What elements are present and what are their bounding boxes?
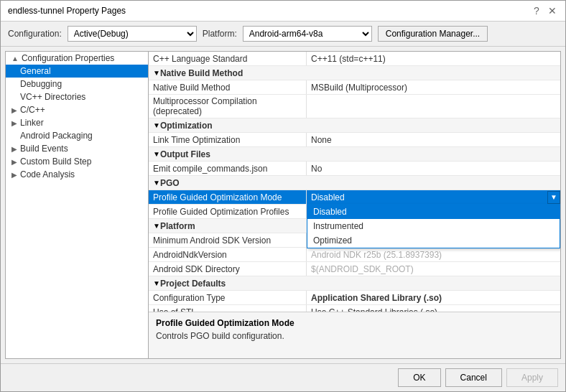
- section-arrow-icon: ▼: [153, 179, 160, 187]
- dropdown-option-disabled[interactable]: Disabled: [307, 205, 560, 219]
- section-arrow-icon: ▼: [153, 150, 160, 158]
- section-optimization: ▼ Optimization: [149, 118, 560, 133]
- section-arrow-icon: ▼: [153, 279, 160, 287]
- dropdown-value: Disabled: [307, 191, 547, 204]
- section-pgo: ▼ PGO: [149, 176, 560, 190]
- properties-table: C++ Language Standard C++11 (std=c++11) …: [149, 52, 560, 312]
- table-row-config-type: Configuration Type Application Shared Li…: [149, 291, 560, 305]
- table-row: C++ Language Standard C++11 (std=c++11): [149, 52, 560, 66]
- sidebar-item-general[interactable]: General: [6, 65, 148, 78]
- property-pages-window: endless-tunnel Property Pages ? ✕ Config…: [0, 0, 566, 392]
- table-row-sdk-dir: Android SDK Directory $(ANDROID_SDK_ROOT…: [149, 262, 560, 276]
- cancel-button[interactable]: Cancel: [445, 368, 502, 387]
- sidebar-item-cpp[interactable]: ▶ C/C++: [6, 103, 148, 116]
- sidebar-item-custom-build-step[interactable]: ▶ Custom Build Step: [6, 155, 148, 168]
- platform-select[interactable]: Android-arm64-v8a: [243, 26, 372, 42]
- section-title-pgo: ▼ PGO: [149, 176, 560, 190]
- section-title-project: ▼ Project Defaults: [149, 276, 560, 290]
- close-button[interactable]: ✕: [547, 5, 558, 17]
- sidebar-item-android-packaging[interactable]: Android Packaging: [6, 129, 148, 142]
- dropdown-arrow-icon[interactable]: ▼: [547, 191, 560, 204]
- sidebar-item-label: Debugging: [20, 79, 62, 89]
- table-row-use-stl: Use of STL Use C++ Standard Libraries (.…: [149, 305, 560, 312]
- expand-icon: ▶: [11, 119, 17, 127]
- sidebar-item-linker[interactable]: ▶ Linker: [6, 116, 148, 129]
- content-area: C++ Language Standard C++11 (std=c++11) …: [149, 51, 561, 359]
- info-title: Profile Guided Optimization Mode: [156, 318, 553, 328]
- section-arrow-icon: ▼: [153, 69, 160, 77]
- prop-value-pgo-mode[interactable]: Disabled ▼ Disabled Instrumented Optimiz…: [307, 190, 560, 204]
- section-arrow-icon: ▼: [153, 121, 160, 129]
- table-row-ndk-version: AndroidNdkVersion Android NDK r25b (25.1…: [149, 248, 560, 262]
- ok-button[interactable]: OK: [398, 368, 440, 387]
- table-row: Link Time Optimization None: [149, 133, 560, 147]
- window-title: endless-tunnel Property Pages: [8, 6, 126, 16]
- sidebar-item-label: Build Events: [20, 144, 68, 154]
- sidebar-item-code-analysis[interactable]: ▶ Code Analysis: [6, 168, 148, 181]
- sidebar-item-config-properties[interactable]: ▲ Configuration Properties: [6, 52, 148, 65]
- sidebar-item-label: Configuration Properties: [22, 53, 114, 63]
- toolbar: Configuration: Active(Debug) Platform: A…: [1, 22, 565, 47]
- expand-icon: ▲: [11, 55, 19, 62]
- footer: OK Cancel Apply: [1, 363, 565, 391]
- dropdown-option-optimized[interactable]: Optimized: [307, 233, 560, 248]
- section-project-defaults: ▼ Project Defaults: [149, 276, 560, 291]
- section-native-build: ▼ Native Build Method: [149, 66, 560, 80]
- sidebar-item-build-events[interactable]: ▶ Build Events: [6, 142, 148, 155]
- dropdown-option-instrumented[interactable]: Instrumented: [307, 219, 560, 233]
- sidebar-item-label: Android Packaging: [20, 131, 93, 141]
- dropdown-popup: Disabled Instrumented Optimized: [307, 204, 560, 248]
- info-panel: Profile Guided Optimization Mode Control…: [149, 312, 560, 358]
- help-button[interactable]: ?: [531, 5, 542, 17]
- sidebar-item-label: General: [20, 66, 51, 76]
- expand-icon: ▶: [11, 171, 17, 179]
- sidebar-item-vc-directories[interactable]: VC++ Directories: [6, 90, 148, 103]
- expand-icon: ▶: [11, 158, 17, 166]
- apply-button[interactable]: Apply: [506, 368, 558, 387]
- sidebar-item-label: Code Analysis: [20, 169, 75, 179]
- sidebar-item-label: Custom Build Step: [20, 157, 91, 167]
- config-manager-button[interactable]: Configuration Manager...: [378, 26, 488, 42]
- section-arrow-icon: ▼: [153, 222, 160, 230]
- section-title: ▼ Native Build Method: [149, 66, 560, 80]
- sidebar-item-debugging[interactable]: Debugging: [6, 78, 148, 90]
- table-row: Native Build Method MSBuild (Multiproces…: [149, 80, 560, 95]
- configuration-select[interactable]: Active(Debug): [68, 26, 197, 42]
- expand-icon: ▶: [11, 145, 17, 153]
- table-row: Emit compile_commands.json No: [149, 162, 560, 176]
- section-title-output: ▼ Output Files: [149, 147, 560, 161]
- sidebar-item-label: VC++ Directories: [20, 92, 85, 102]
- section-title-opt: ▼ Optimization: [149, 118, 560, 132]
- sidebar-item-label: Linker: [20, 118, 44, 128]
- title-bar: endless-tunnel Property Pages ? ✕: [1, 1, 565, 22]
- sidebar-item-label: C/C++: [20, 105, 45, 115]
- config-label: Configuration:: [8, 29, 62, 39]
- sidebar: ▲ Configuration Properties General Debug…: [5, 51, 149, 359]
- prop-value-cpp-lang: C++11 (std=c++11): [307, 52, 560, 65]
- platform-label: Platform:: [203, 29, 237, 39]
- prop-name-pgo-mode: Profile Guided Optimization Mode: [149, 190, 307, 204]
- expand-icon: ▶: [11, 106, 17, 114]
- info-description: Controls PGO build configuration.: [156, 331, 553, 341]
- table-row: Multiprocessor Compilation (deprecated): [149, 95, 560, 118]
- section-output-files: ▼ Output Files: [149, 147, 560, 162]
- prop-name-cpp-lang: C++ Language Standard: [149, 52, 307, 65]
- dropdown-cell[interactable]: Disabled ▼: [307, 191, 560, 204]
- main-content: ▲ Configuration Properties General Debug…: [1, 47, 565, 363]
- table-row-pgo-mode[interactable]: Profile Guided Optimization Mode Disable…: [149, 190, 560, 205]
